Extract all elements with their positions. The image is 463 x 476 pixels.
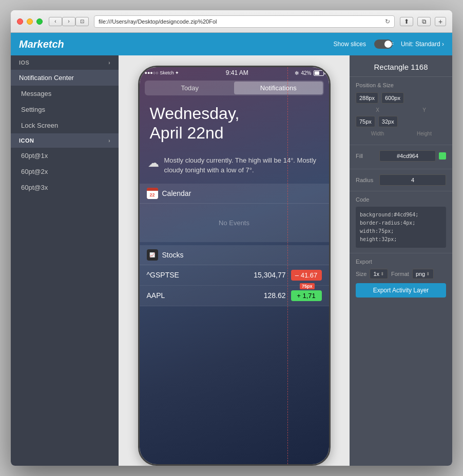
tab-bar: Today Notifications	[145, 81, 324, 95]
app-logo: Marketch	[19, 38, 64, 50]
field-75[interactable]: 75px	[356, 116, 375, 127]
show-slices-label: Show slices	[334, 41, 366, 48]
export-button[interactable]: Export Activity Layer	[356, 283, 446, 298]
maximize-button[interactable]	[36, 18, 43, 25]
field-600[interactable]: 600px	[381, 92, 404, 104]
calendar-label: Calendar	[162, 189, 191, 197]
position-size-section: Position & Size 288px 600px X Y 75px	[350, 77, 452, 145]
panel-title: Rectangle 1168	[350, 55, 452, 77]
sidebar-section-ios[interactable]: iOS ›	[11, 55, 119, 70]
phone-screen: ●●●○○ Sketch ✦ 9:41 AM ✻ 42%	[140, 67, 329, 464]
fill-label: Fill	[356, 153, 376, 159]
ios-chevron-icon: ›	[108, 60, 110, 66]
traffic-lights	[17, 18, 43, 25]
pos-labels-1: X Y	[356, 107, 446, 113]
duplicate-button[interactable]: ⧉	[417, 17, 431, 26]
sidebar-item-60pt-1x[interactable]: 60pt@1x	[11, 148, 119, 164]
pos-row-2: 75px 32px	[356, 116, 446, 127]
pos-labels-2: Width Height	[356, 130, 446, 136]
date-text: Wednesday, April 22nd	[150, 104, 319, 143]
reload-icon[interactable]: ↻	[385, 18, 390, 25]
url-text: file:///Users/ray/Desktop/designcode.zip…	[99, 18, 382, 25]
app-header-right: Show slices OFF Unit: Standard ›	[334, 39, 444, 49]
calendar-icon-body: 22	[147, 191, 158, 199]
sidebar-item-notification-center[interactable]: Notification Center	[11, 70, 119, 86]
radius-section: Radius 4	[350, 169, 452, 191]
field-288[interactable]: 288px	[356, 92, 378, 104]
size-spinner-icon: ⬍	[380, 271, 384, 276]
phone-mockup: ●●●○○ Sketch ✦ 9:41 AM ✻ 42%	[138, 66, 331, 466]
status-bar: ●●●○○ Sketch ✦ 9:41 AM ✻ 42%	[140, 67, 329, 78]
main-area: iOS › Notification Center Messages Setti…	[11, 55, 452, 466]
y-label: Y	[402, 107, 446, 113]
position-size-label: Position & Size	[356, 82, 446, 88]
new-tab-button[interactable]: +	[435, 17, 446, 26]
battery-fill	[315, 71, 320, 75]
show-slices-toggle[interactable]: OFF	[374, 39, 393, 49]
fill-value[interactable]: #4cd964	[379, 150, 436, 162]
radius-value[interactable]: 4	[379, 174, 446, 186]
stocks-header: 📈 Stocks	[140, 245, 329, 265]
titlebar: ‹ › ⊡ file:///Users/ray/Desktop/designco…	[11, 10, 452, 33]
x-label: X	[356, 107, 399, 113]
stocks-section: 📈 Stocks ^GSPTSE 15,304,77 – 41.67 75px	[140, 245, 329, 306]
code-block[interactable]: background:#4cd964; border-radius:4px; w…	[356, 207, 446, 248]
window-button[interactable]: ⊡	[75, 17, 89, 26]
field-32[interactable]: 32px	[378, 116, 398, 127]
stock1-price: 15,304,77	[254, 271, 285, 279]
size-select[interactable]: 1x ⬍	[370, 269, 388, 279]
bluetooth-icon: ✻	[295, 70, 299, 76]
app-header: Marketch Show slices OFF Unit: Standard …	[11, 33, 452, 55]
battery-icon	[314, 70, 324, 76]
close-button[interactable]	[17, 18, 23, 25]
code-section: Code background:#4cd964; border-radius:4…	[350, 191, 452, 253]
tab-today[interactable]: Today	[146, 82, 235, 94]
calendar-header: 22 Calendar	[140, 184, 329, 204]
weather-text: Mostly cloudy currently. The high will b…	[164, 155, 321, 175]
tab-notifications[interactable]: Notifications	[234, 82, 323, 94]
toggle-knob	[384, 41, 392, 48]
status-left: ●●●○○ Sketch ✦	[145, 70, 180, 75]
sidebar-item-60pt-3x[interactable]: 60pt@3x	[11, 180, 119, 195]
radius-label: Radius	[356, 177, 376, 183]
fill-color-dot[interactable]	[439, 152, 446, 160]
right-panel: Rectangle 1168 Position & Size 288px 600…	[350, 55, 452, 466]
stock2-symbol: AAPL	[147, 291, 264, 300]
status-right: ✻ 42%	[295, 70, 323, 76]
sidebar-item-settings[interactable]: Settings	[11, 102, 119, 117]
signal-text: ●●●○○ Sketch ✦	[145, 70, 180, 75]
titlebar-right: ⬆ ⧉ +	[400, 17, 446, 26]
calendar-icon: 22	[147, 188, 158, 199]
stock2-price: 128.62	[264, 291, 286, 300]
format-spinner-icon: ⬍	[426, 271, 430, 276]
calendar-section: 22 Calendar No Events	[140, 184, 329, 242]
format-select[interactable]: png ⬍	[412, 269, 434, 279]
stock-row-1: ^GSPTSE 15,304,77 – 41.67 75px	[140, 265, 329, 286]
width-label: Width	[356, 131, 399, 136]
export-label: Export	[356, 259, 446, 265]
forward-button[interactable]: ›	[62, 17, 75, 26]
minimize-button[interactable]	[27, 18, 33, 25]
status-time: 9:41 AM	[179, 69, 295, 76]
no-events-text: No Events	[140, 204, 329, 242]
stock1-symbol: ^GSPTSE	[147, 271, 254, 279]
pos-row-1: 288px 600px	[356, 92, 446, 104]
url-bar[interactable]: file:///Users/ray/Desktop/designcode.zip…	[94, 15, 395, 28]
sidebar-section-icon[interactable]: Icon ›	[11, 133, 119, 148]
height-label: Height	[402, 131, 446, 136]
battery-percent: 42%	[301, 70, 311, 76]
sidebar-item-60pt-2x[interactable]: 60pt@2x	[11, 164, 119, 180]
unit-label[interactable]: Unit: Standard ›	[401, 41, 444, 48]
weather-section: ☁ Mostly cloudy currently. The high will…	[140, 151, 329, 180]
share-button[interactable]: ⬆	[400, 17, 413, 26]
fill-row: Fill #4cd964	[356, 150, 446, 162]
icon-chevron-icon: ›	[108, 138, 110, 144]
sidebar-item-messages[interactable]: Messages	[11, 86, 119, 102]
canvas-area: ●●●○○ Sketch ✦ 9:41 AM ✻ 42%	[119, 55, 350, 466]
stocks-label: Stocks	[162, 251, 184, 259]
back-button[interactable]: ‹	[49, 17, 62, 26]
measure-75px-label: 75px	[300, 283, 315, 289]
stock2-badge: + 1,71	[291, 290, 322, 301]
sidebar-item-lock-screen[interactable]: Lock Screen	[11, 117, 119, 133]
date-display: Wednesday, April 22nd	[140, 98, 329, 151]
